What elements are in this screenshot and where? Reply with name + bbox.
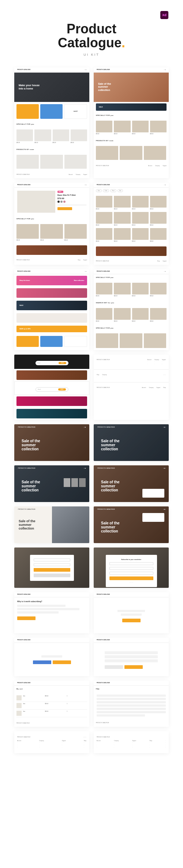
mockup-hero-centered: PRODUCTS CATALOGUE⌕ ☰ Sale of the summer… — [14, 424, 89, 461]
password-field[interactable] — [109, 572, 153, 575]
next-button[interactable] — [124, 665, 143, 669]
feat-orange[interactable] — [16, 336, 39, 347]
mockup-hero-with-badge: PRODUCTS CATALOGUE⌕ ☰ Sale of the summer… — [94, 465, 169, 502]
product-card[interactable]: $35.50 — [71, 129, 87, 144]
product-card[interactable]: $35.50 — [114, 308, 130, 323]
footer: PRODUCTS CATALOGUE Account··· Company···… — [94, 731, 169, 753]
product-card[interactable] — [96, 333, 118, 348]
product-price: $79.99 — [57, 197, 86, 199]
banner-dark-orange[interactable] — [16, 370, 87, 380]
mockup-specially-sections: PRODUCTS CATALOGUE⌕ ☰ SPECIALLY FOR you … — [94, 269, 169, 350]
banner-navy[interactable]: SALE — [16, 301, 87, 310]
filter-chip[interactable]: Color — [103, 189, 109, 192]
product-card[interactable]: $35.50 — [34, 129, 51, 144]
filter-chip[interactable]: Sort — [117, 189, 123, 192]
product-card[interactable]: $35.50 — [16, 129, 33, 144]
promo-banner[interactable] — [96, 246, 167, 256]
product-card[interactable]: $35.50 — [64, 224, 87, 242]
banner-magenta[interactable] — [16, 396, 87, 406]
banner-orange-save[interactable]: SAVE up to 50% — [16, 326, 87, 332]
product-image[interactable] — [17, 191, 55, 213]
nav-bar: PRODUCTS CATALOGUE — [14, 638, 89, 643]
hero-thumbs[interactable] — [64, 478, 86, 487]
banner-teal[interactable] — [16, 409, 87, 418]
product-card[interactable]: $35.50 — [40, 224, 63, 242]
product-title: Basic Slim Fit T-Shirt — [57, 194, 86, 196]
email-input[interactable]: EmailSEND — [36, 361, 68, 365]
mockup-footers: PRODUCTS CATALOGUE Account··Company··Sup… — [94, 355, 169, 420]
product-card[interactable]: $35.50 — [96, 212, 112, 227]
email-field[interactable] — [109, 567, 153, 570]
feat-shop[interactable]: SHOP — [64, 104, 87, 119]
product-badge[interactable] — [142, 513, 164, 522]
checkout-button[interactable] — [122, 619, 141, 622]
product-card[interactable]: $35.50 — [114, 212, 130, 227]
color-swatches[interactable] — [57, 201, 86, 203]
product-card[interactable]: $35.50 — [114, 121, 130, 135]
product-badge[interactable] — [142, 489, 164, 498]
product-card[interactable]: $35.50 — [132, 228, 149, 243]
product-card[interactable]: $35.50 — [96, 308, 112, 323]
feat-chair-blue[interactable] — [40, 104, 63, 119]
filter-chip[interactable]: Price — [110, 189, 116, 192]
add-to-cart-button[interactable] — [57, 207, 72, 210]
signup-button[interactable] — [34, 574, 70, 577]
product-card[interactable]: $35.50 — [150, 212, 167, 227]
product-card[interactable] — [120, 146, 142, 160]
product-card[interactable] — [40, 155, 63, 169]
product-card[interactable] — [96, 146, 118, 160]
product-card[interactable]: $35.50 — [96, 283, 112, 297]
banner-split[interactable] — [16, 313, 87, 323]
product-card[interactable] — [144, 146, 166, 160]
hero: PRODUCTS CATALOGUE⌕ ☰ Sale of the summer… — [94, 506, 169, 543]
feat-blue[interactable] — [40, 336, 63, 347]
action-button[interactable] — [17, 616, 36, 620]
cart-table: Item$35.501 Item$35.501 Item$35.501 — [14, 692, 89, 719]
nav: PRODUCTS CATALOGUE⌕ ☰ — [94, 465, 169, 471]
footer: PRODUCTS CATALOGUE AccountCompanySupport — [14, 171, 89, 178]
sale-banner[interactable]: SALE — [96, 103, 167, 111]
product-card[interactable]: $35.50 — [53, 129, 69, 144]
product-card[interactable]: $35.50 — [132, 196, 149, 210]
email-input[interactable]: EmailSEND — [36, 387, 68, 392]
mockup-hero-with-thumbs: PRODUCTS CATALOGUE⌕ ☰ Sale of the summer… — [14, 465, 89, 502]
banner-pink[interactable]: Shop the latestNew collection — [16, 276, 87, 285]
filter-chip[interactable]: Size — [96, 189, 102, 192]
product-card[interactable]: $35.50 — [150, 121, 167, 135]
product-card[interactable]: $35.50 — [114, 228, 130, 243]
promo-banner[interactable] — [16, 245, 87, 255]
product-card[interactable]: $35.50 — [96, 228, 112, 243]
back-button[interactable] — [105, 665, 123, 669]
table-row: Item$35.501 — [16, 702, 87, 710]
product-card[interactable]: $35.50 — [132, 308, 149, 323]
name-field[interactable] — [109, 562, 153, 565]
product-card[interactable]: $35.50 — [114, 283, 130, 297]
banner-pink-car[interactable] — [16, 288, 87, 298]
product-card[interactable] — [120, 333, 142, 348]
submit-button[interactable] — [109, 576, 153, 580]
product-card[interactable]: $35.50 — [96, 196, 112, 210]
product-card[interactable]: $35.50 — [96, 121, 112, 135]
feat-white[interactable] — [64, 336, 87, 347]
product-card[interactable]: $35.50 — [132, 212, 149, 227]
password-field[interactable] — [34, 563, 70, 566]
product-card[interactable]: $35.50 — [150, 196, 167, 210]
email-field[interactable] — [34, 558, 70, 561]
product-card[interactable] — [64, 155, 87, 169]
product-card[interactable]: $35.50 — [150, 228, 167, 243]
product-card[interactable]: $35.50 — [150, 283, 167, 297]
feat-sofa-orange[interactable] — [16, 104, 39, 119]
product-card[interactable] — [144, 333, 166, 348]
product-card[interactable]: $35.50 — [132, 283, 149, 297]
shop-button[interactable] — [33, 660, 51, 664]
product-card[interactable]: $35.50 — [16, 224, 39, 242]
product-card[interactable]: $35.50 — [132, 121, 149, 135]
section-title: FAQ — [94, 686, 169, 692]
signin-button[interactable] — [34, 568, 70, 572]
product-card[interactable]: $35.50 — [150, 308, 167, 323]
checkout-button[interactable] — [53, 660, 71, 664]
newsletter-dark: EmailSEND — [14, 355, 89, 369]
section-title: SPECIALLY FOR you — [94, 325, 169, 331]
product-card[interactable]: $35.50 — [114, 196, 130, 210]
product-card[interactable] — [16, 155, 39, 169]
